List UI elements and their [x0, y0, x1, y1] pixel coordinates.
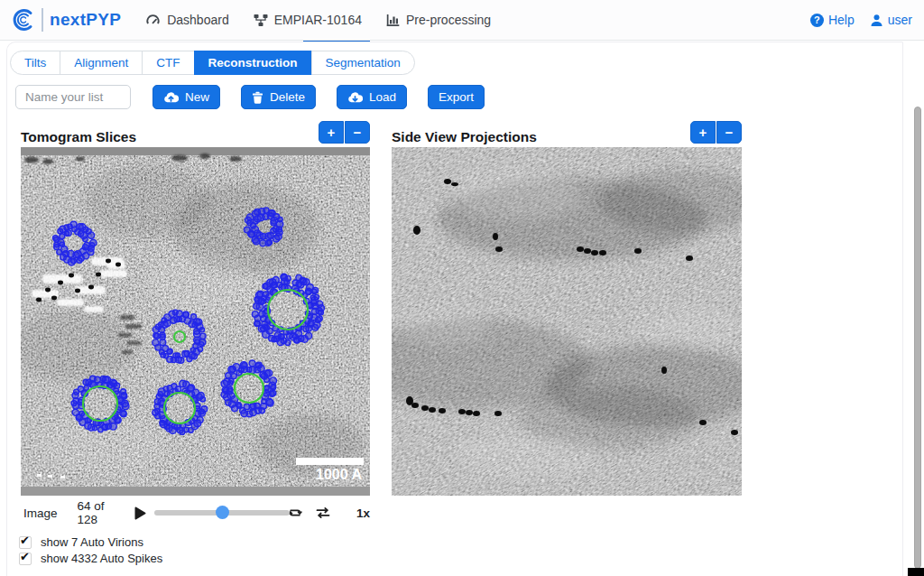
- panels-row: Tomogram Slices + −: [21, 121, 902, 567]
- gauge-icon: [145, 13, 161, 27]
- tab-reconstruction[interactable]: Reconstruction: [194, 51, 312, 75]
- project-diagram-icon: [254, 14, 268, 27]
- scale-bar: [296, 458, 364, 465]
- list-toolbar: New Delete Load Export: [15, 85, 902, 109]
- nextpyp-logo-icon: [12, 8, 35, 32]
- new-button[interactable]: New: [152, 85, 220, 109]
- option-show-virions: ✔ show 7 Auto Virions: [19, 534, 370, 550]
- cloud-upload-icon: [163, 91, 179, 104]
- scale-bar-label: 1000 A: [316, 467, 362, 483]
- cloud-download-icon: [347, 91, 363, 104]
- sideview-zoom-out-button[interactable]: −: [716, 121, 742, 144]
- tomogram-zoom-out-button[interactable]: −: [345, 121, 370, 144]
- new-button-label: New: [185, 90, 209, 104]
- tomogram-viewport[interactable]: 1000 A: [21, 147, 370, 496]
- delete-button[interactable]: Delete: [241, 85, 316, 109]
- play-button[interactable]: [134, 506, 146, 520]
- brand-divider: [42, 8, 43, 32]
- tomogram-panel-header: Tomogram Slices + −: [21, 121, 370, 145]
- check-icon: ✔: [20, 550, 30, 563]
- nav-project-label: EMPIAR-10164: [274, 13, 362, 27]
- export-button-label: Export: [439, 90, 474, 104]
- show-virions-checkbox[interactable]: ✔: [19, 536, 32, 549]
- tomogram-image: [21, 147, 370, 496]
- export-button[interactable]: Export: [428, 85, 485, 109]
- scrollbar-thumb[interactable]: [914, 107, 921, 569]
- delete-button-label: Delete: [270, 90, 305, 104]
- tab-ctf[interactable]: CTF: [142, 51, 194, 75]
- show-spikes-label: show 4332 Auto Spikes: [41, 552, 162, 565]
- sideview-panel-title: Side View Projections: [392, 129, 537, 145]
- corner-artifact: [908, 568, 924, 576]
- nav-preprocessing[interactable]: Pre-processing: [386, 13, 491, 27]
- tomogram-zoom-controls: + −: [319, 121, 370, 144]
- section-tabs: Tilts Alignment CTF Reconstruction Segme…: [10, 51, 415, 75]
- slice-player: Image 64 of 128: [21, 504, 370, 522]
- nav-dashboard-label: Dashboard: [167, 13, 229, 27]
- user-icon: [870, 14, 883, 27]
- nav-project-empiar[interactable]: EMPIAR-10164: [254, 13, 362, 27]
- list-name-input[interactable]: [15, 85, 131, 109]
- tomogram-zoom-in-button[interactable]: +: [319, 121, 344, 144]
- brand[interactable]: nextPYP: [12, 8, 121, 32]
- sideview-zoom-controls: + −: [690, 121, 742, 144]
- help-icon: ?: [810, 14, 824, 27]
- check-icon: ✔: [20, 534, 30, 547]
- nav-links: Dashboard EMPIAR-10164: [145, 13, 491, 27]
- load-button[interactable]: Load: [337, 85, 407, 109]
- help-label: Help: [828, 13, 855, 27]
- show-spikes-checkbox[interactable]: ✔: [19, 553, 32, 565]
- player-image-label: Image: [23, 506, 58, 520]
- page-scrollbar: [912, 42, 924, 576]
- play-icon: [134, 506, 146, 520]
- tab-alignment[interactable]: Alignment: [60, 51, 143, 75]
- sideview-zoom-in-button[interactable]: +: [690, 121, 716, 144]
- top-navbar: nextPYP Dashboard EMPIAR-10164: [0, 0, 924, 41]
- display-options: ✔ show 7 Auto Virions ✔ show 4332 Auto S…: [19, 534, 370, 566]
- main-card: Tilts Alignment CTF Reconstruction Segme…: [6, 42, 903, 576]
- help-link[interactable]: ? Help: [810, 13, 855, 27]
- slice-slider[interactable]: [154, 506, 277, 520]
- nav-preprocessing-label: Pre-processing: [406, 13, 491, 27]
- load-button-label: Load: [369, 90, 396, 104]
- speed-label[interactable]: 1x: [356, 506, 370, 520]
- player-counter: 64 of 128: [78, 499, 124, 526]
- nav-right: ? Help user: [810, 13, 912, 27]
- tomogram-panel-title: Tomogram Slices: [21, 129, 136, 145]
- exchange-icon: [315, 506, 331, 520]
- option-show-spikes: ✔ show 4332 Auto Spikes: [19, 551, 370, 566]
- trash-icon: [252, 91, 263, 104]
- bounce-button[interactable]: [315, 506, 331, 520]
- sideview-panel: Side View Projections + −: [392, 121, 742, 567]
- brand-name: nextPYP: [50, 10, 121, 30]
- nav-dashboard[interactable]: Dashboard: [145, 13, 229, 27]
- tomogram-panel: Tomogram Slices + −: [21, 121, 370, 567]
- sideview-image: [392, 147, 742, 496]
- tab-segmentation[interactable]: Segmentation: [311, 51, 415, 75]
- user-menu[interactable]: user: [870, 13, 912, 27]
- slider-thumb[interactable]: [216, 506, 229, 519]
- sideview-panel-header: Side View Projections + −: [392, 121, 742, 145]
- user-label: user: [888, 13, 912, 27]
- chart-bars-icon: [386, 14, 400, 27]
- tab-tilts[interactable]: Tilts: [10, 51, 60, 75]
- sideview-viewport[interactable]: [392, 147, 742, 496]
- show-virions-label: show 7 Auto Virions: [41, 535, 143, 549]
